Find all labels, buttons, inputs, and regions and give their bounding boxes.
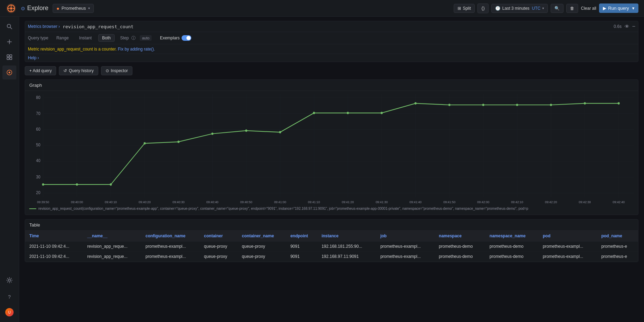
col-name[interactable]: __name__ <box>83 231 141 242</box>
table-row: 2021-11-10 09:42:4... revision_app_reque… <box>25 242 638 252</box>
range-type-button[interactable]: Range <box>53 34 72 42</box>
sidebar-item-dashboards[interactable] <box>2 50 16 64</box>
sidebar-item-settings[interactable] <box>2 273 16 287</box>
cell-namespace-name: prometheus-demo <box>485 252 539 262</box>
cell-pod-name: prometheus-e <box>597 242 638 252</box>
graph-point <box>584 102 586 105</box>
query-type-row: Query type Range Instant Both Step ⓘ aut… <box>25 32 638 44</box>
graph-panel-header: Graph <box>25 80 638 91</box>
sidebar-item-profile[interactable]: U <box>2 305 16 319</box>
clear-button[interactable]: Clear all <box>581 6 596 11</box>
cell-instance: 192.168.181.255:90... <box>317 242 376 252</box>
help-button[interactable]: Help › <box>28 55 39 60</box>
inspector-icon: ⊙ <box>106 68 109 73</box>
cell-container: queue-proxy <box>200 242 238 252</box>
graph-point <box>347 112 349 114</box>
svg-point-17 <box>8 279 10 281</box>
graph-panel: Graph <box>25 79 638 215</box>
split-button[interactable]: ⊞ Split <box>454 4 475 13</box>
time-range-button[interactable]: 🕐 Last 3 minutes UTC ▾ <box>491 4 548 13</box>
svg-text:09:42:20: 09:42:20 <box>545 200 557 204</box>
nav-left: ⊙ Explore ● Prometheus ▾ <box>6 3 94 14</box>
inspector-button[interactable]: ⊙ Inspector <box>101 66 132 75</box>
main-layout: ? U Metrics browser › 0.6s 👁 − Query typ… <box>0 17 644 322</box>
svg-text:09:42:30: 09:42:30 <box>579 200 591 204</box>
zoom-out-icon: 🔍 <box>554 6 560 11</box>
svg-rect-11 <box>7 55 9 57</box>
cell-namespace: prometheus-demo <box>435 252 485 262</box>
svg-text:09:41:20: 09:41:20 <box>342 200 354 204</box>
share-button[interactable]: ⟨⟩ <box>477 3 489 13</box>
both-type-button[interactable]: Both <box>98 34 115 42</box>
step-label: Step <box>120 36 129 40</box>
svg-text:09:41:40: 09:41:40 <box>409 200 422 204</box>
graph-point <box>76 183 78 186</box>
sidebar-item-add[interactable] <box>2 35 16 49</box>
remove-query-button[interactable]: − <box>632 23 635 30</box>
query-execution-time: 0.6s <box>614 24 622 29</box>
col-instance[interactable]: instance <box>317 231 376 242</box>
query-input-row: Metrics browser › 0.6s 👁 − <box>25 21 638 32</box>
cell-container-name: queue-proxy <box>238 242 286 252</box>
col-container-name[interactable]: container_name <box>238 231 286 242</box>
col-pod-name[interactable]: pod_name <box>597 231 638 242</box>
cell-namespace-name: prometheus-demo <box>485 242 539 252</box>
graph-svg: 80 70 60 50 40 30 20 <box>29 94 634 205</box>
datasource-selector[interactable]: ● Prometheus ▾ <box>53 4 94 13</box>
zoom-out-button[interactable]: 🔍 <box>551 4 564 13</box>
query-history-button[interactable]: ↺ Query history <box>59 66 98 75</box>
exemplars-toggle[interactable] <box>182 35 191 41</box>
run-query-dropdown[interactable]: ▾ <box>632 6 635 11</box>
instant-type-button[interactable]: Instant <box>75 34 95 42</box>
add-query-button[interactable]: + Add query <box>25 66 56 75</box>
cell-time: 2021-11-10 09:42:4... <box>25 242 83 252</box>
history-icon: ↺ <box>63 68 67 73</box>
metrics-browser-button[interactable]: Metrics browser › <box>28 24 60 29</box>
graph-point <box>550 104 552 106</box>
table-panel: Table Time __name__ configuration_name c… <box>25 219 638 262</box>
svg-text:09:42:40: 09:42:40 <box>613 200 625 204</box>
graph-point <box>313 112 315 114</box>
col-time[interactable]: Time <box>25 231 83 242</box>
cell-namespace: prometheus-demo <box>435 242 485 252</box>
question-icon: ? <box>8 294 11 300</box>
action-row: + Add query ↺ Query history ⊙ Inspector <box>25 66 638 75</box>
main-content: Metrics browser › 0.6s 👁 − Query type Ra… <box>19 17 644 322</box>
graph-point <box>42 183 44 186</box>
svg-text:09:39:50: 09:39:50 <box>37 200 49 204</box>
graph-legend: revision_app_request_count{configuration… <box>25 205 638 212</box>
exemplars-section: Exemplars <box>160 35 191 41</box>
col-namespace-name[interactable]: namespace_name <box>485 231 539 242</box>
col-namespace[interactable]: namespace <box>435 231 485 242</box>
graph-point <box>414 102 416 105</box>
svg-text:09:40:20: 09:40:20 <box>139 200 151 204</box>
sidebar-item-explore[interactable] <box>2 66 16 79</box>
query-input-field[interactable] <box>63 24 611 29</box>
col-container[interactable]: container <box>200 231 238 242</box>
cell-job: prometheus-exampl... <box>376 252 435 262</box>
svg-text:09:41:10: 09:41:10 <box>308 200 320 204</box>
svg-text:09:42:00: 09:42:00 <box>477 200 489 204</box>
fix-rate-link[interactable]: Fix by adding rate(). <box>118 47 155 52</box>
graph-point <box>110 183 112 186</box>
query-type-label: Query type <box>28 36 48 40</box>
nav-right: ⊞ Split ⟨⟩ 🕐 Last 3 minutes UTC ▾ 🔍 🗑 Cl… <box>454 3 638 13</box>
grafana-logo[interactable] <box>6 3 17 14</box>
col-pod[interactable]: pod <box>539 231 597 242</box>
col-endpoint[interactable]: endpoint <box>286 231 317 242</box>
cell-time: 2021-11-10 09:42:4... <box>25 252 83 262</box>
graph-point <box>381 112 383 114</box>
col-config-name[interactable]: configuration_name <box>141 231 200 242</box>
cell-container-name: queue-proxy <box>238 252 286 262</box>
cell-container: queue-proxy <box>200 252 238 262</box>
graph-point <box>449 104 451 106</box>
trash-icon: 🗑 <box>570 6 574 11</box>
cell-pod: prometheus-exampl... <box>539 242 597 252</box>
sidebar-item-help[interactable]: ? <box>2 290 16 304</box>
run-query-button[interactable]: ▶ Run query ▾ <box>599 3 638 13</box>
col-job[interactable]: job <box>376 231 435 242</box>
toggle-visibility-button[interactable]: 👁 <box>624 24 629 29</box>
trash-icon[interactable]: 🗑 <box>566 4 578 13</box>
exemplars-label: Exemplars <box>160 36 180 40</box>
sidebar-item-search[interactable] <box>2 20 16 33</box>
